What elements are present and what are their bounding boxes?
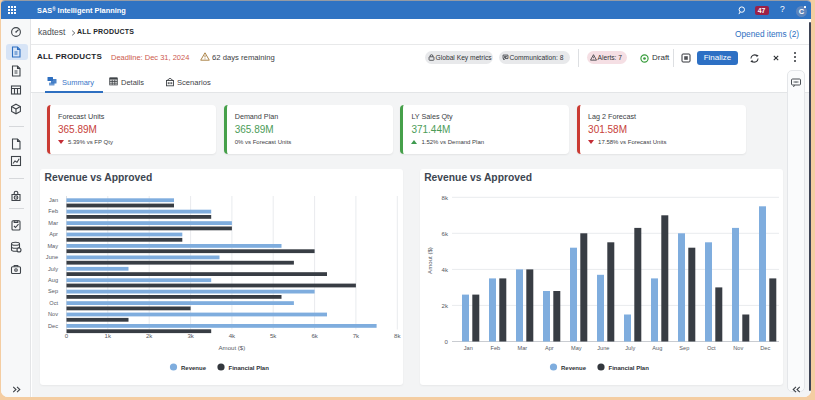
svg-text:Feb: Feb xyxy=(48,208,58,214)
svg-text:Aug: Aug xyxy=(48,276,58,282)
svg-text:Revenue: Revenue xyxy=(561,364,587,370)
svg-text:Financial Plan: Financial Plan xyxy=(229,364,270,370)
svg-text:Dec: Dec xyxy=(760,345,770,351)
svg-text:Nov: Nov xyxy=(733,345,743,351)
svg-text:4k: 4k xyxy=(229,332,236,339)
svg-text:Sep: Sep xyxy=(48,288,58,294)
svg-text:Apr: Apr xyxy=(545,345,554,351)
svg-text:2k: 2k xyxy=(146,332,153,339)
svg-text:Aug: Aug xyxy=(652,345,662,351)
svg-text:3k: 3k xyxy=(187,332,194,339)
svg-text:5k: 5k xyxy=(270,332,277,339)
svg-text:Mar: Mar xyxy=(517,345,527,351)
svg-text:Sep: Sep xyxy=(679,345,689,351)
svg-text:July: July xyxy=(625,345,635,351)
svg-text:Feb: Feb xyxy=(490,345,500,351)
svg-text:June: June xyxy=(597,345,609,351)
svg-text:6k: 6k xyxy=(441,229,448,236)
svg-text:0: 0 xyxy=(444,337,448,344)
svg-text:Revenue: Revenue xyxy=(181,364,207,370)
svg-text:July: July xyxy=(48,265,58,271)
svg-text:May: May xyxy=(47,242,58,248)
svg-text:Jan: Jan xyxy=(463,345,472,351)
svg-text:8k: 8k xyxy=(441,193,448,200)
svg-text:Oct: Oct xyxy=(707,345,716,351)
svg-text:1k: 1k xyxy=(105,332,112,339)
svg-text:Jan: Jan xyxy=(49,196,58,202)
svg-text:Amout ($): Amout ($) xyxy=(425,247,432,274)
svg-text:Mar: Mar xyxy=(48,219,58,225)
svg-text:Dec: Dec xyxy=(48,322,58,328)
svg-text:7k: 7k xyxy=(353,332,360,339)
svg-text:Nov: Nov xyxy=(48,311,58,317)
svg-text:Financial Plan: Financial Plan xyxy=(608,364,649,370)
svg-text:May: May xyxy=(571,345,582,351)
svg-text:Oct: Oct xyxy=(49,299,58,305)
svg-text:8k: 8k xyxy=(394,332,401,339)
svg-text:Apr: Apr xyxy=(49,231,58,237)
svg-text:Amout ($): Amout ($) xyxy=(219,343,246,350)
svg-text:6k: 6k xyxy=(311,332,318,339)
svg-text:June: June xyxy=(46,254,58,260)
svg-text:2k: 2k xyxy=(441,301,448,308)
svg-text:4k: 4k xyxy=(441,265,448,272)
